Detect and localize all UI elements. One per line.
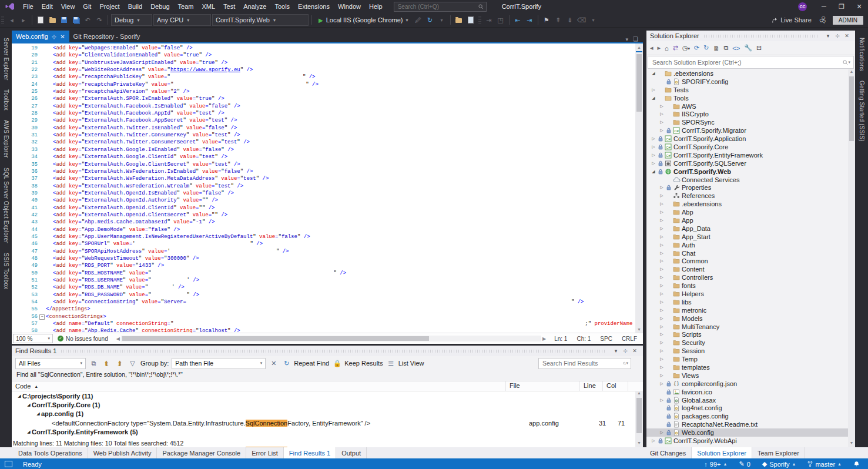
health-indicator[interactable]: ✓ No issues found xyxy=(58,336,108,342)
tree-item[interactable]: ◢.ebextensions xyxy=(646,69,855,78)
tree-item[interactable]: ▷Tests xyxy=(646,86,855,94)
start-debugging-button[interactable]: ▶ Local IIS (Google Chrome) ▾ xyxy=(315,16,412,24)
code-line[interactable]: 58<add name="Abp.Redis.Cache" connection… xyxy=(12,327,635,333)
panel-tab-team-explorer[interactable]: Team Explorer xyxy=(752,447,805,458)
chevron-collapsed-icon[interactable]: ▷ xyxy=(658,210,665,215)
chevron-expanded-icon[interactable]: ◢ xyxy=(650,169,657,174)
solution-search-input[interactable] xyxy=(651,58,843,66)
tree-item[interactable]: ▷Content xyxy=(646,265,855,273)
list-view-button[interactable]: ☰List View xyxy=(386,359,424,369)
chevron-collapsed-icon[interactable]: ▷ xyxy=(658,251,665,256)
side-tab[interactable]: Toolbox xyxy=(3,89,9,110)
code-line[interactable]: 45<add key="App.UserManagement.IsNewRegi… xyxy=(12,233,635,240)
scroll-down-icon[interactable]: ▼ xyxy=(635,326,643,333)
code-line[interactable]: 39<add key="ExternalAuth.OpenId.IsEnable… xyxy=(12,190,635,197)
code-line[interactable]: 34<add key="ExternalAuth.Google.ClientId… xyxy=(12,153,635,160)
clear-bookmarks-icon[interactable]: ⌫ xyxy=(577,15,587,25)
tree-item[interactable]: ▷Scripts xyxy=(646,331,855,339)
repository-picker[interactable]: ◆ Sporify ▲ xyxy=(762,460,796,468)
chevron-collapsed-icon[interactable]: ▷ xyxy=(650,145,657,149)
code-line[interactable]: 30<add key="ExternalAuth.Twitter.IsEnabl… xyxy=(12,125,635,132)
chevron-collapsed-icon[interactable]: ▷ xyxy=(658,373,665,378)
chevron-collapsed-icon[interactable]: ▷ xyxy=(658,365,665,370)
chevron-collapsed-icon[interactable]: ▷ xyxy=(658,267,665,272)
chevron-collapsed-icon[interactable]: ▷ xyxy=(658,128,665,133)
tab-web-config[interactable]: Web.config ⊹ ✕ xyxy=(12,31,69,42)
code-line[interactable]: 21<add key="UnobtrusiveJavaScriptEnabled… xyxy=(12,59,635,66)
column-header-col[interactable]: Col xyxy=(603,381,628,391)
close-icon[interactable]: ✕ xyxy=(630,348,639,354)
chevron-collapsed-icon[interactable]: ▷ xyxy=(658,308,665,313)
code-line[interactable]: 42<add key="ExternalAuth.OpenId.ClientSe… xyxy=(12,212,635,219)
code-line[interactable]: 23<add key="recaptchaPublicKey" value=""… xyxy=(12,73,635,81)
find-group-row[interactable]: ◢CorrIT.Sporify.EntityFramework (5) xyxy=(12,428,643,437)
branch-picker[interactable]: master ▲ xyxy=(807,461,842,468)
code-line[interactable]: 32<add key="ExternalAuth.Twitter.Consume… xyxy=(12,139,635,146)
code-line[interactable]: 26<add key="ExternalAuth.SPOR.IsEnabled"… xyxy=(12,95,635,102)
filter-icon[interactable]: ▽ xyxy=(128,359,138,369)
properties-icon[interactable]: 🗎 xyxy=(713,45,720,52)
panel-tab-output[interactable]: Output xyxy=(336,447,367,458)
chevron-collapsed-icon[interactable]: ▷ xyxy=(650,136,657,141)
zoom-level-dropdown[interactable]: 100 %▾ xyxy=(13,334,53,343)
code-line[interactable]: 56−<connectionStrings> xyxy=(12,313,635,320)
tree-item[interactable]: ▷Session xyxy=(646,347,855,355)
tree-item[interactable]: ▷Auth xyxy=(646,241,855,249)
code-line[interactable]: 40<add key="ExternalAuth.OpenId.Authorit… xyxy=(12,197,635,204)
editor-vertical-scrollbar[interactable]: ▲ ▼ xyxy=(635,43,643,333)
pending-changes-filter-icon[interactable]: ◷▾ xyxy=(682,44,690,52)
code-line[interactable]: 27<add key="ExternalAuth.Facebook.IsEnab… xyxy=(12,103,635,110)
bookmark-icon[interactable]: ⚑ xyxy=(541,15,552,25)
scrollbar-thumb[interactable] xyxy=(636,398,642,433)
code-line[interactable]: 41<add key="ExternalAuth.OpenId.ClientId… xyxy=(12,205,635,212)
copy-icon[interactable]: ⧉ xyxy=(89,359,99,369)
chevron-collapsed-icon[interactable]: ▷ xyxy=(658,185,665,190)
close-tab-icon[interactable]: ✕ xyxy=(60,34,65,40)
tree-item[interactable]: ▷App xyxy=(646,216,855,225)
find-results-scrollbar[interactable]: ▲ ▼ xyxy=(635,391,643,447)
tree-item[interactable]: ▷Common xyxy=(646,257,855,265)
column-header-file[interactable]: File xyxy=(506,381,580,391)
code-line[interactable]: 52<add key="RDS_DB_NAME" value="' /> xyxy=(12,284,635,291)
navigate-back-icon[interactable]: ◂ xyxy=(6,15,17,25)
chevron-expanded-icon[interactable]: ◢ xyxy=(650,96,657,101)
side-tab[interactable]: AWS Explorer xyxy=(3,120,9,158)
menu-view[interactable]: View xyxy=(57,3,79,10)
chevron-collapsed-icon[interactable]: ▷ xyxy=(650,153,657,158)
active-files-dropdown-icon[interactable]: ▾ xyxy=(626,36,629,42)
scope-dropdown[interactable]: All Files▾ xyxy=(15,358,86,369)
tree-item[interactable]: ▷metronic xyxy=(646,306,855,314)
chevron-collapsed-icon[interactable]: ▷ xyxy=(658,332,665,337)
chevron-collapsed-icon[interactable]: ▷ xyxy=(658,120,665,125)
side-tab[interactable]: Getting Started (SSIS) xyxy=(859,81,865,142)
tree-item[interactable]: SPORIFY.config xyxy=(646,78,855,86)
tree-item[interactable]: ▷Helpers xyxy=(646,290,855,298)
tree-item[interactable]: ◢Tools xyxy=(646,94,855,102)
tree-item[interactable]: ▷C#CorrIT.Sporify.WebApi xyxy=(646,437,855,445)
window-position-icon[interactable]: ▾ xyxy=(611,348,621,354)
sync-icon[interactable]: ↻ xyxy=(703,44,709,52)
chevron-collapsed-icon[interactable]: ▷ xyxy=(658,340,665,345)
side-tab[interactable]: Notifications xyxy=(859,38,865,71)
find-group-row[interactable]: ◢app.config (1) xyxy=(12,410,643,418)
menu-build[interactable]: Build xyxy=(124,3,146,10)
close-icon[interactable]: ✕ xyxy=(842,33,852,39)
tree-item[interactable]: ◢CorrIT.Sporify.Web xyxy=(646,168,855,176)
next-bookmark-icon[interactable]: ⇟ xyxy=(565,15,575,25)
find-group-row[interactable]: ◢CorrIT.Sporify.Core (1) xyxy=(12,400,643,409)
chevron-collapsed-icon[interactable]: ▷ xyxy=(658,104,665,109)
scroll-up-icon[interactable]: ▲ xyxy=(635,43,643,51)
sync-with-active-document-icon[interactable]: ⇄ xyxy=(673,44,678,52)
menu-git[interactable]: Git xyxy=(79,3,95,10)
code-line[interactable]: 55</appSettings> xyxy=(12,306,635,313)
solution-explorer-header[interactable]: Solution Explorer ▾ ⊹ ✕ xyxy=(646,31,855,41)
scrollbar-thumb[interactable] xyxy=(849,76,854,141)
code-editor[interactable]: 19<add key="webpages:Enabled" value="fal… xyxy=(12,42,643,333)
panel-tab-find-results-1[interactable]: Find Results 1 xyxy=(284,447,336,458)
tree-item[interactable]: ▷Security xyxy=(646,339,855,347)
code-line[interactable]: 48<add key="WebRequestTimeout" value="30… xyxy=(12,255,635,262)
prev-bookmark-icon[interactable]: ⇞ xyxy=(553,15,564,25)
save-all-icon[interactable] xyxy=(71,15,81,25)
solution-explorer-scrollbar[interactable]: ▲ ▼ xyxy=(848,69,855,447)
tree-item[interactable]: ▷IISCrypto xyxy=(646,110,855,118)
